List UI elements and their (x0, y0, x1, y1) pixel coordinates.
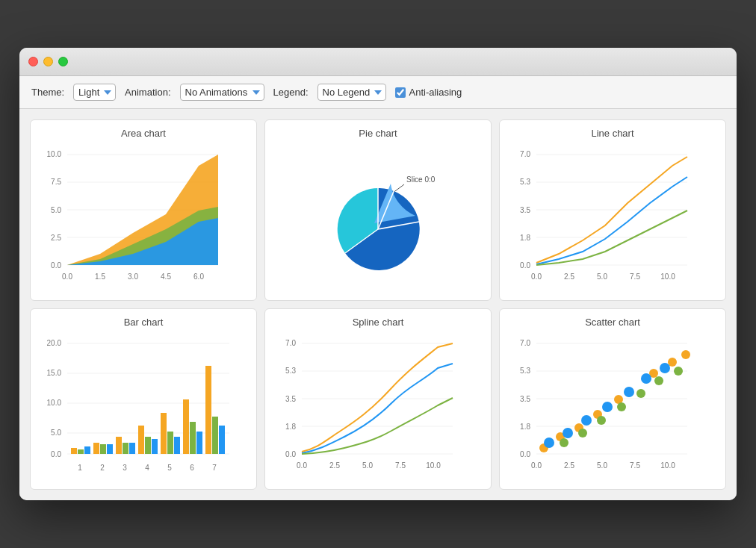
svg-text:5.0: 5.0 (51, 429, 61, 437)
svg-text:2: 2 (100, 464, 105, 472)
svg-rect-74 (205, 366, 211, 454)
line-chart-title: Line chart (591, 128, 633, 139)
svg-rect-62 (116, 437, 122, 454)
svg-rect-71 (183, 399, 189, 454)
svg-text:3.0: 3.0 (128, 273, 138, 281)
svg-text:20.0: 20.0 (47, 339, 62, 347)
svg-text:0.0: 0.0 (285, 450, 296, 458)
scatter-chart-container: 7.0 5.3 3.5 1.8 0.0 0.0 2.5 5.0 7.5 10.0 (507, 332, 718, 482)
antialiasing-label: Anti-aliasing (409, 87, 462, 98)
bar-chart-card: Bar chart 20.0 15.0 10.0 5.0 0.0 1 2 3 4 (30, 308, 257, 490)
svg-text:7.5: 7.5 (630, 273, 640, 281)
svg-text:1.8: 1.8 (285, 423, 296, 431)
svg-text:5.3: 5.3 (520, 367, 530, 375)
svg-point-117 (581, 415, 592, 426)
svg-rect-75 (212, 417, 218, 454)
pie-chart-title: Pie chart (359, 128, 397, 139)
svg-point-115 (544, 438, 554, 448)
svg-text:3.5: 3.5 (520, 395, 530, 403)
svg-point-119 (624, 387, 634, 397)
charts-grid: Area chart 10.0 7.5 5.0 2.5 0.0 0.0 1.5 … (30, 119, 726, 490)
svg-point-127 (654, 376, 663, 385)
svg-text:3: 3 (123, 464, 127, 472)
pie-chart-card: Pie chart Slice 0:0 (264, 119, 492, 301)
svg-text:0.0: 0.0 (531, 273, 542, 281)
svg-text:Slice 0:0: Slice 0:0 (406, 175, 436, 184)
svg-text:7.0: 7.0 (520, 150, 530, 158)
svg-text:1.8: 1.8 (520, 423, 530, 431)
svg-point-124 (597, 416, 606, 425)
svg-text:5.0: 5.0 (362, 461, 373, 470)
svg-text:2.5: 2.5 (51, 234, 61, 242)
line-chart-card: Line chart 7.0 5.3 3.5 1.8 0.0 0.0 2.5 5… (499, 119, 726, 301)
svg-text:7: 7 (212, 464, 217, 472)
svg-text:10.0: 10.0 (660, 273, 675, 281)
scatter-chart-title: Scatter chart (585, 317, 640, 328)
svg-text:4.5: 4.5 (161, 273, 171, 281)
svg-text:0.0: 0.0 (520, 450, 530, 458)
svg-text:1: 1 (78, 464, 82, 472)
svg-point-121 (660, 363, 670, 373)
scatter-chart-card: Scatter chart 7.0 5.3 3.5 1.8 0.0 0.0 2.… (499, 308, 726, 490)
svg-text:1.5: 1.5 (95, 273, 105, 281)
traffic-lights (28, 57, 68, 66)
svg-text:0.0: 0.0 (531, 461, 542, 470)
svg-point-116 (563, 428, 573, 438)
svg-point-125 (617, 402, 626, 411)
svg-text:1.8: 1.8 (520, 234, 530, 242)
svg-text:5.0: 5.0 (597, 273, 607, 281)
svg-rect-60 (100, 444, 106, 454)
svg-text:2.5: 2.5 (564, 461, 574, 470)
svg-rect-76 (219, 426, 225, 454)
svg-rect-65 (138, 426, 144, 454)
svg-text:7.5: 7.5 (630, 461, 640, 470)
titlebar (19, 48, 737, 76)
svg-text:15.0: 15.0 (47, 369, 62, 377)
close-button[interactable] (28, 57, 38, 66)
svg-rect-70 (174, 437, 180, 454)
svg-text:10.0: 10.0 (426, 461, 441, 470)
antialiasing-checkbox[interactable] (395, 87, 406, 98)
svg-text:0.0: 0.0 (297, 461, 307, 470)
pie-chart-container: Slice 0:0 (273, 143, 483, 293)
svg-point-118 (602, 402, 613, 412)
area-chart-card: Area chart 10.0 7.5 5.0 2.5 0.0 0.0 1.5 … (30, 119, 257, 301)
svg-rect-67 (152, 439, 158, 454)
svg-text:5: 5 (167, 464, 172, 472)
svg-text:5.3: 5.3 (520, 178, 530, 186)
legend-select[interactable]: No Legend Top Bottom (317, 84, 386, 101)
theme-select[interactable]: Light Dark Blue (73, 84, 116, 101)
svg-point-122 (560, 438, 568, 447)
svg-rect-64 (129, 443, 135, 454)
svg-rect-68 (161, 413, 167, 454)
svg-text:3.5: 3.5 (520, 206, 530, 214)
svg-rect-57 (78, 449, 84, 454)
svg-rect-72 (190, 422, 196, 454)
svg-text:0.0: 0.0 (520, 261, 530, 270)
animation-select[interactable]: No Animations Simple Full (180, 84, 264, 101)
svg-text:10.0: 10.0 (47, 150, 62, 158)
svg-point-128 (674, 367, 683, 376)
svg-rect-66 (145, 437, 151, 454)
spline-chart-title: Spline chart (353, 317, 404, 328)
svg-text:7.5: 7.5 (51, 178, 61, 186)
svg-rect-61 (107, 444, 113, 454)
area-chart-container: 10.0 7.5 5.0 2.5 0.0 0.0 1.5 3.0 4.5 6.0 (38, 143, 249, 293)
svg-text:2.5: 2.5 (564, 273, 574, 281)
bar-chart-container: 20.0 15.0 10.0 5.0 0.0 1 2 3 4 5 6 7 (38, 332, 249, 482)
animation-label: Animation: (125, 87, 170, 98)
maximize-button[interactable] (58, 57, 68, 66)
svg-text:7.0: 7.0 (520, 339, 530, 347)
svg-point-114 (681, 350, 690, 359)
svg-text:0.0: 0.0 (62, 273, 72, 281)
svg-text:0.0: 0.0 (51, 261, 61, 270)
svg-rect-59 (93, 443, 99, 454)
svg-text:7.0: 7.0 (285, 339, 296, 347)
svg-rect-73 (196, 432, 202, 454)
minimize-button[interactable] (43, 57, 53, 66)
spline-chart-container: 7.0 5.3 3.5 1.8 0.0 0.0 2.5 5.0 7.5 10.0 (273, 332, 483, 482)
legend-label: Legend: (273, 87, 309, 98)
svg-rect-58 (84, 446, 90, 454)
area-chart-title: Area chart (121, 128, 166, 139)
svg-rect-69 (167, 432, 173, 454)
